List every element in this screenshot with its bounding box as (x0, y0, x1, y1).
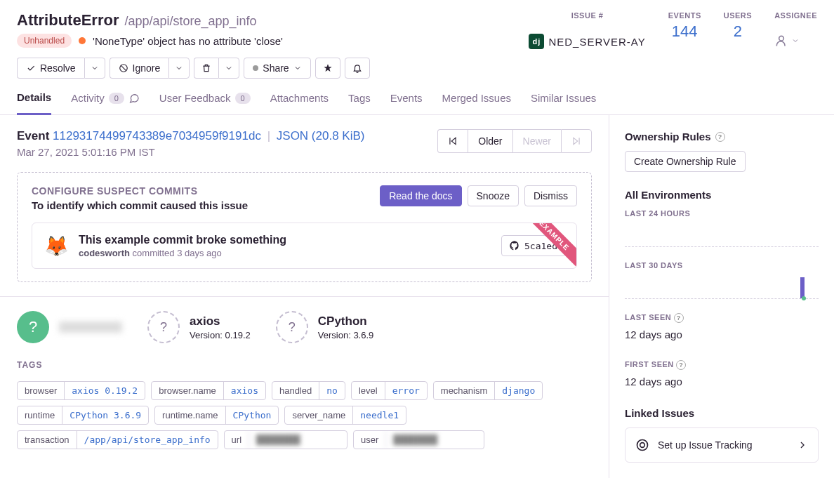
star-icon (323, 63, 333, 73)
event-id-link[interactable]: 11293174499743389e7034959f9191dc (53, 129, 261, 142)
delete-dropdown[interactable] (218, 58, 239, 79)
help-icon[interactable]: ? (676, 360, 686, 370)
tag-runtime-name[interactable]: runtime.nameCPython (154, 406, 279, 425)
tab-attachments[interactable]: Attachments (270, 91, 329, 114)
skip-back-icon (448, 136, 458, 146)
tag-key: url (225, 431, 249, 449)
tag-server_name[interactable]: server_nameneedle1 (284, 406, 406, 425)
bookmark-button[interactable] (315, 58, 340, 79)
users-count[interactable]: 2 (724, 22, 752, 41)
dismiss-button[interactable]: Dismiss (524, 185, 577, 206)
subscribe-button[interactable] (345, 58, 370, 79)
tag-value: ████████ (385, 431, 484, 449)
sparkline-bar (800, 277, 805, 298)
delete-button[interactable] (194, 58, 218, 79)
tag-value: django (494, 382, 542, 399)
all-environments-heading: All Environments (625, 189, 819, 201)
svg-point-0 (779, 36, 784, 41)
users-label: USERS (724, 11, 752, 20)
skip-forward-icon (571, 136, 581, 146)
tag-runtime[interactable]: runtimeCPython 3.6.9 (17, 406, 149, 425)
error-message: 'NoneType' object has no attribute 'clos… (93, 35, 283, 47)
pager-older-button[interactable]: Older (468, 129, 512, 153)
suspect-commits-panel: CONFIGURE SUSPECT COMMITS To identify wh… (17, 172, 592, 282)
error-path: /app/api/store_app_info (124, 14, 256, 29)
tab-similar-issues[interactable]: Similar Issues (531, 91, 596, 114)
share-button[interactable]: Share (244, 58, 310, 79)
sparkline-24h (625, 223, 819, 247)
commit-meta: codesworth committed 3 days ago (79, 248, 491, 258)
ignore-dropdown[interactable] (168, 58, 190, 79)
pager-last-button[interactable] (561, 129, 592, 153)
chevron-down-icon (293, 64, 302, 72)
create-ownership-rule-button[interactable]: Create Ownership Rule (625, 151, 746, 172)
tag-value: no (319, 382, 345, 399)
tag-value: axios (223, 382, 265, 399)
tab-details[interactable]: Details (17, 91, 51, 115)
tag-value: ████████ (249, 431, 347, 449)
resolve-button[interactable]: Resolve (17, 58, 84, 79)
trash-icon (201, 63, 211, 73)
tag-key: transaction (18, 431, 77, 449)
snooze-button[interactable]: Snooze (468, 185, 519, 206)
check-icon (26, 63, 36, 73)
read-docs-button[interactable]: Read the docs (380, 185, 461, 206)
browser-icon-placeholder: ? (147, 311, 180, 343)
status-dot-icon (253, 65, 258, 71)
pager-newer-button[interactable]: Newer (512, 129, 561, 153)
browser-name: axios (190, 314, 251, 329)
tag-value: CPython 3.6.9 (62, 406, 148, 424)
svg-point-2 (637, 440, 648, 451)
tag-value: CPython (225, 406, 279, 424)
help-icon[interactable]: ? (674, 313, 684, 323)
chevron-down-icon (175, 64, 183, 72)
tag-handled[interactable]: handledno (272, 381, 345, 400)
chevron-right-icon (797, 439, 808, 451)
event-json-link[interactable]: JSON (20.8 KiB) (277, 129, 365, 142)
runtime-version: Version: 3.6.9 (318, 330, 374, 340)
events-count[interactable]: 144 (668, 22, 701, 41)
commit-title: This example commit broke something (79, 234, 491, 246)
django-icon: dj (529, 34, 544, 49)
last-seen-value: 12 days ago (625, 329, 819, 340)
resolve-dropdown[interactable] (84, 58, 105, 79)
ownership-rules-heading: Ownership Rules ? (625, 131, 819, 142)
tag-mechanism[interactable]: mechanismdjango (433, 381, 543, 400)
project-link[interactable]: dj NED_SERVER-AY (529, 34, 645, 49)
tag-key: server_name (285, 406, 352, 424)
help-icon[interactable]: ? (715, 132, 725, 142)
sparkline-dot (802, 296, 806, 300)
first-seen-value: 12 days ago (625, 376, 819, 387)
tab-user-feedback[interactable]: User Feedback 0 (159, 91, 251, 114)
tab-merged-issues[interactable]: Merged Issues (442, 91, 511, 114)
tag-browser-name[interactable]: browser.nameaxios (151, 381, 266, 400)
tag-key: user (354, 431, 385, 449)
assignee-dropdown[interactable] (774, 34, 817, 48)
chevron-down-icon (91, 64, 99, 72)
runtime-name: CPython (318, 314, 374, 329)
linked-issues-heading: Linked Issues (625, 407, 819, 419)
user-avatar-placeholder: ? (17, 311, 49, 343)
tag-value: needle1 (352, 406, 406, 424)
tag-url[interactable]: url████████ (224, 430, 348, 449)
svg-point-3 (640, 443, 645, 448)
tag-key: handled (272, 382, 319, 399)
tag-user[interactable]: user████████ (353, 430, 484, 449)
ignore-button[interactable]: Ignore (110, 58, 169, 79)
event-timestamp: Mar 27, 2021 5:01:16 PM IST (17, 146, 364, 158)
setup-issue-tracking-button[interactable]: Set up Issue Tracking (625, 427, 819, 463)
tab-events[interactable]: Events (390, 91, 423, 114)
tag-key: mechanism (434, 382, 494, 399)
tag-level[interactable]: levelerror (351, 381, 428, 400)
example-commit-card: 🦊 This example commit broke something co… (32, 223, 577, 269)
event-heading: Event 11293174499743389e7034959f9191dc |… (17, 129, 364, 143)
tab-activity[interactable]: Activity 0 (71, 91, 140, 114)
tag-key: browser (18, 382, 64, 399)
sparkline-30d (625, 275, 819, 299)
tag-browser[interactable]: browseraxios 0.19.2 (17, 381, 145, 400)
tag-transaction[interactable]: transaction/app/api/store_app_info (17, 430, 218, 449)
pager-first-button[interactable] (437, 129, 468, 153)
tag-key: runtime.name (155, 406, 225, 424)
tab-tags[interactable]: Tags (348, 91, 371, 114)
last-30-days-label: LAST 30 DAYS (625, 261, 819, 270)
